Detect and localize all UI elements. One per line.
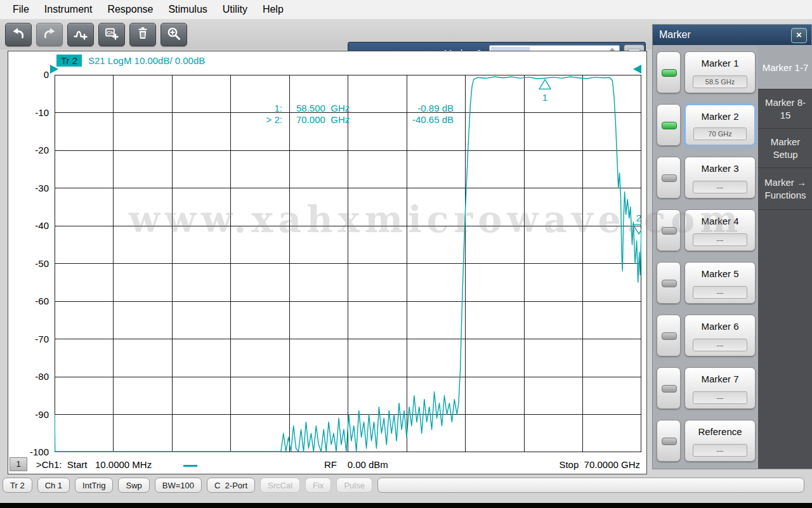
marker-2-led-indicator <box>662 122 677 129</box>
marker-6-value: --- <box>693 339 747 351</box>
marker-1-label: Marker 1 <box>685 58 755 68</box>
new-channel-button[interactable]: Ch <box>98 23 125 46</box>
marker-3-button[interactable]: Marker 3--- <box>684 157 756 199</box>
rf-power-label: RF 0.00 dBm <box>324 459 388 470</box>
close-icon[interactable]: × <box>791 28 807 43</box>
undo-icon <box>10 26 27 44</box>
y-tick-label: -80 <box>17 371 49 382</box>
status-bw-100[interactable]: BW=100 <box>155 478 202 493</box>
zoom-button[interactable] <box>160 23 187 46</box>
channel-number-box[interactable]: 1 <box>10 457 27 471</box>
delete-trace-icon <box>134 26 151 44</box>
marker1-readout-freq: 58.500 GHz <box>282 103 383 114</box>
undo-button[interactable] <box>5 23 32 46</box>
marker2-readout-value: -40.65 dB <box>383 114 454 125</box>
svg-text:1: 1 <box>542 92 547 103</box>
trace-badge[interactable]: Tr 2 <box>56 55 82 67</box>
reference-led-indicator <box>662 438 677 445</box>
marker-1-value: 58.5 GHz <box>693 75 747 88</box>
marker-6-toggle[interactable] <box>657 315 681 356</box>
redo-button[interactable] <box>36 23 63 46</box>
marker-6-button[interactable]: Marker 6--- <box>684 315 756 356</box>
marker-7-value: --- <box>693 391 747 404</box>
marker-4-label: Marker 4 <box>685 216 755 226</box>
menu-item-instrument[interactable]: Instrument <box>37 2 100 17</box>
marker-4-value: --- <box>693 233 747 246</box>
marker-3-label: Marker 3 <box>685 163 755 174</box>
marker-readout: 1: 58.500 GHz -0.89 dB > 2: 70.000 GHz -… <box>249 103 454 125</box>
y-tick-label: -90 <box>17 409 49 420</box>
new-trace-button[interactable] <box>67 23 94 46</box>
tab-column-filler <box>758 210 812 469</box>
status-c-2-port[interactable]: C 2-Port <box>207 478 255 493</box>
new-trace-icon <box>72 26 89 44</box>
tab-marker-functions[interactable]: Marker → Functions <box>758 168 812 210</box>
marker-1-led-indicator <box>662 69 677 77</box>
marker-2-toggle[interactable] <box>657 104 681 146</box>
marker-1-button[interactable]: Marker 158.5 GHz <box>684 51 756 93</box>
y-tick-label: -20 <box>17 145 49 155</box>
marker-5-led-indicator <box>662 280 677 287</box>
y-tick-label: -50 <box>17 258 49 269</box>
svg-text:Ch: Ch <box>107 30 114 36</box>
svg-text:2: 2 <box>636 212 641 223</box>
menu-bar: FileInstrumentResponseStimulusUtilityHel… <box>0 0 812 19</box>
tab-marker-setup[interactable]: Marker Setup <box>758 129 812 168</box>
new-channel-icon: Ch <box>103 26 120 44</box>
trace-title: S21 LogM 10.00dB/ 0.00dB <box>88 55 205 66</box>
marker-4-toggle[interactable] <box>657 209 681 251</box>
status-ch-1[interactable]: Ch 1 <box>37 478 70 493</box>
zoom-icon <box>166 26 182 44</box>
marker-6-led-indicator <box>662 332 677 340</box>
measurement-display: Tr 2 S21 LogM 10.00dB/ 0.00dB 0-10-20-30… <box>8 51 647 474</box>
status-inttrig[interactable]: IntTrig <box>75 478 113 493</box>
status-fix[interactable]: Fix <box>305 478 331 493</box>
marker-2-button[interactable]: Marker 270 GHz <box>684 104 756 146</box>
status-empty-field[interactable] <box>377 478 804 493</box>
marker-panel-title: Marker <box>653 25 811 45</box>
y-tick-label: -10 <box>17 107 49 118</box>
status-srccal[interactable]: SrcCal <box>260 478 300 493</box>
y-tick-label: -40 <box>17 220 49 231</box>
status-tr-2[interactable]: Tr 2 <box>3 478 32 493</box>
marker-4-button[interactable]: Marker 4--- <box>684 209 756 251</box>
marker-2-value: 70 GHz <box>693 127 747 140</box>
marker-5-label: Marker 5 <box>685 268 755 279</box>
marker-5-toggle[interactable] <box>657 262 681 304</box>
y-tick-label: -100 <box>17 446 49 457</box>
redo-icon <box>41 26 58 44</box>
delete-trace-button[interactable] <box>129 23 156 46</box>
menu-item-response[interactable]: Response <box>100 2 160 17</box>
marker-2-label: Marker 2 <box>686 111 754 122</box>
marker2-readout-freq: 70.000 GHz <box>282 114 383 125</box>
marker-4-led-indicator <box>662 227 677 235</box>
menu-item-utility[interactable]: Utility <box>215 2 255 17</box>
trace-marker-1: 1 <box>539 79 551 103</box>
y-tick-label: -30 <box>17 183 49 193</box>
marker-7-led-indicator <box>662 385 677 393</box>
marker-1-toggle[interactable] <box>657 51 681 93</box>
tab-marker-8-15[interactable]: Marker 8-15 <box>758 89 812 129</box>
menu-item-file[interactable]: File <box>5 2 37 17</box>
marker-7-toggle[interactable] <box>657 367 681 409</box>
reference-button[interactable]: Reference--- <box>684 420 756 462</box>
status-bar: Tr 2Ch 1IntTrigSwpBW=100C 2-PortSrcCalFi… <box>0 477 812 493</box>
status-pulse[interactable]: Pulse <box>336 478 372 493</box>
tab-marker-1-7[interactable]: Marker 1-7 <box>758 46 812 89</box>
marker-7-label: Marker 7 <box>685 374 755 384</box>
marker-panel: Marker × Marker 158.5 GHzMarker 270 GHzM… <box>652 24 812 469</box>
marker1-readout-value: -0.89 dB <box>383 103 454 114</box>
y-tick-label: -60 <box>17 296 49 306</box>
y-tick-label: 0 <box>17 69 49 80</box>
reference-toggle[interactable] <box>657 420 681 462</box>
marker-7-button[interactable]: Marker 7--- <box>684 367 756 409</box>
marker-5-button[interactable]: Marker 5--- <box>684 262 756 304</box>
bottom-strip <box>0 503 812 508</box>
sweep-start-label: >Ch1: Start 10.0000 MHz <box>36 459 152 470</box>
menu-item-stimulus[interactable]: Stimulus <box>160 2 214 17</box>
status-swp[interactable]: Swp <box>118 478 149 493</box>
marker-3-toggle[interactable] <box>657 157 681 199</box>
marker-3-value: --- <box>693 181 747 193</box>
sweep-stop-label: Stop 70.0000 GHz <box>559 459 640 470</box>
menu-item-help[interactable]: Help <box>255 2 291 17</box>
